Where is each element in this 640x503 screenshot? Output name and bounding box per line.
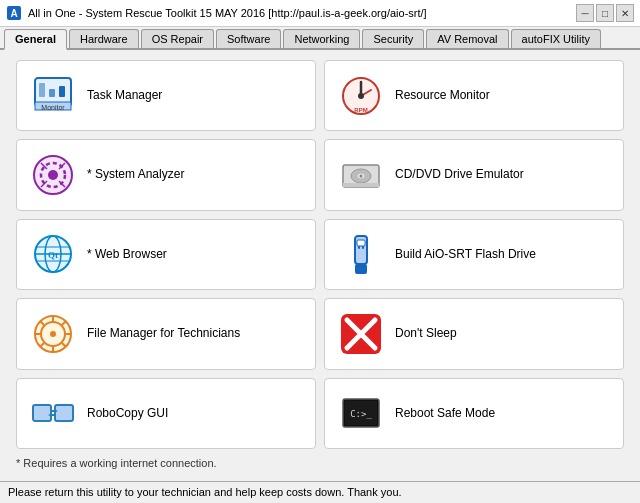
button-grid: MonitorTask ManagerRPMResource Monitor* … bbox=[16, 60, 624, 449]
minimize-button[interactable]: ─ bbox=[576, 4, 594, 22]
app-icon: A bbox=[6, 5, 22, 21]
reboot-safe-label: Reboot Safe Mode bbox=[395, 406, 495, 422]
web-browser-icon: Qt bbox=[29, 230, 77, 278]
svg-text:Monitor: Monitor bbox=[41, 104, 65, 111]
tab-security[interactable]: Security bbox=[362, 29, 424, 48]
resource-monitor-icon: RPM bbox=[337, 72, 385, 120]
svg-point-21 bbox=[360, 175, 363, 178]
svg-text:Qt: Qt bbox=[48, 250, 58, 260]
svg-rect-31 bbox=[355, 264, 367, 274]
robocopy-label: RoboCopy GUI bbox=[87, 406, 168, 422]
tab-autofix[interactable]: autoFIX Utility bbox=[511, 29, 601, 48]
svg-rect-33 bbox=[362, 246, 364, 249]
file-manager-button[interactable]: File Manager for Technicians bbox=[16, 298, 316, 369]
svg-rect-30 bbox=[357, 240, 365, 246]
tab-osrepair[interactable]: OS Repair bbox=[141, 29, 214, 48]
resource-monitor-button[interactable]: RPMResource Monitor bbox=[324, 60, 624, 131]
tab-networking[interactable]: Networking bbox=[283, 29, 360, 48]
svg-text:RPM: RPM bbox=[354, 107, 367, 113]
svg-rect-6 bbox=[59, 86, 65, 97]
tab-software[interactable]: Software bbox=[216, 29, 281, 48]
svg-rect-5 bbox=[49, 89, 55, 97]
svg-point-44 bbox=[50, 331, 56, 337]
svg-text:A: A bbox=[10, 8, 17, 19]
tab-hardware[interactable]: Hardware bbox=[69, 29, 139, 48]
svg-rect-22 bbox=[343, 183, 379, 187]
web-browser-button[interactable]: Qt* Web Browser bbox=[16, 219, 316, 290]
dont-sleep-label: Don't Sleep bbox=[395, 326, 457, 342]
system-analyzer-label: * System Analyzer bbox=[87, 167, 184, 183]
title-bar-controls: ─ □ ✕ bbox=[576, 4, 634, 22]
status-bar: Please return this utility to your techn… bbox=[0, 481, 640, 503]
svg-point-9 bbox=[358, 93, 364, 99]
task-manager-button[interactable]: MonitorTask Manager bbox=[16, 60, 316, 131]
web-browser-label: * Web Browser bbox=[87, 247, 167, 263]
resource-monitor-label: Resource Monitor bbox=[395, 88, 490, 104]
cddvd-button[interactable]: CD/DVD Drive Emulator bbox=[324, 139, 624, 210]
dont-sleep-button[interactable]: Don't Sleep bbox=[324, 298, 624, 369]
svg-rect-49 bbox=[55, 405, 73, 421]
file-manager-label: File Manager for Technicians bbox=[87, 326, 240, 342]
main-content: MonitorTask ManagerRPMResource Monitor* … bbox=[0, 50, 640, 481]
flash-drive-icon bbox=[337, 230, 385, 278]
task-manager-label: Task Manager bbox=[87, 88, 162, 104]
system-analyzer-button[interactable]: * System Analyzer bbox=[16, 139, 316, 210]
tab-avremoval[interactable]: AV Removal bbox=[426, 29, 508, 48]
cddvd-icon bbox=[337, 151, 385, 199]
footnote: * Requires a working internet connection… bbox=[16, 455, 624, 471]
flash-drive-label: Build AiO-SRT Flash Drive bbox=[395, 247, 536, 263]
close-button[interactable]: ✕ bbox=[616, 4, 634, 22]
robocopy-button[interactable]: RoboCopy GUI bbox=[16, 378, 316, 449]
title-bar-text: All in One - System Rescue Toolkit 15 MA… bbox=[28, 7, 427, 19]
cddvd-label: CD/DVD Drive Emulator bbox=[395, 167, 524, 183]
title-bar: A All in One - System Rescue Toolkit 15 … bbox=[0, 0, 640, 27]
title-bar-left: A All in One - System Rescue Toolkit 15 … bbox=[6, 5, 427, 21]
svg-point-13 bbox=[48, 170, 58, 180]
system-analyzer-icon bbox=[29, 151, 77, 199]
task-manager-icon: Monitor bbox=[29, 72, 77, 120]
svg-text:C:>_: C:>_ bbox=[350, 409, 372, 419]
reboot-safe-button[interactable]: C:>_Reboot Safe Mode bbox=[324, 378, 624, 449]
svg-rect-32 bbox=[358, 246, 360, 249]
file-manager-icon bbox=[29, 310, 77, 358]
flash-drive-button[interactable]: Build AiO-SRT Flash Drive bbox=[324, 219, 624, 290]
svg-rect-4 bbox=[39, 83, 45, 97]
robocopy-icon bbox=[29, 389, 77, 437]
svg-rect-48 bbox=[33, 405, 51, 421]
tab-bar: GeneralHardwareOS RepairSoftwareNetworki… bbox=[0, 27, 640, 50]
tab-general[interactable]: General bbox=[4, 29, 67, 50]
dont-sleep-icon bbox=[337, 310, 385, 358]
reboot-safe-icon: C:>_ bbox=[337, 389, 385, 437]
maximize-button[interactable]: □ bbox=[596, 4, 614, 22]
